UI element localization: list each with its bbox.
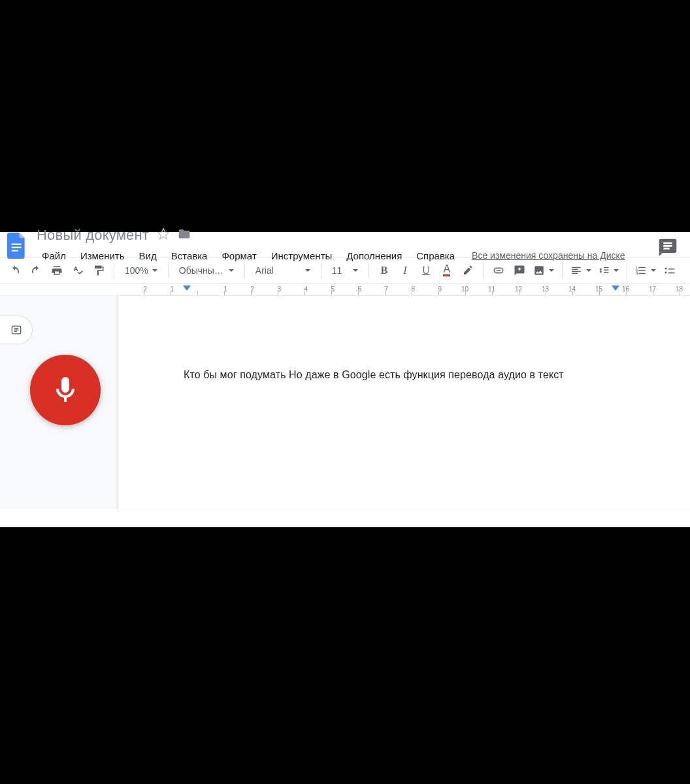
docs-logo-icon[interactable] — [5, 230, 29, 261]
text-color-button[interactable]: A — [437, 261, 457, 280]
align-dropdown[interactable] — [568, 261, 594, 280]
svg-marker-3 — [183, 286, 191, 291]
toolbar: 100% Обычный … Arial 11 B I U A — [0, 257, 690, 284]
line-spacing-dropdown[interactable] — [595, 261, 621, 280]
ruler-tick: 12 — [493, 284, 519, 295]
font-size-value: 11 — [332, 265, 342, 276]
ruler-tick: 1 — [144, 284, 171, 295]
print-button[interactable] — [47, 261, 67, 280]
bulleted-list-button[interactable] — [660, 261, 680, 280]
svg-rect-0 — [12, 244, 22, 245]
ruler-tick: 1 — [198, 284, 225, 295]
ruler-tick: 10 — [439, 284, 466, 295]
paragraph-style-dropdown[interactable]: Обычный … — [174, 261, 239, 280]
redo-button[interactable] — [26, 261, 46, 280]
zoom-value: 100% — [125, 265, 148, 276]
highlight-button[interactable] — [458, 261, 478, 280]
document-title[interactable]: Новый документ — [37, 227, 149, 244]
paint-format-button[interactable] — [89, 261, 108, 280]
outline-toggle-button[interactable] — [0, 316, 33, 344]
ruler-tick: 11 — [466, 284, 493, 295]
header: Новый документ Файл Изменить Вид Вставка… — [0, 232, 690, 257]
insert-link-button[interactable] — [489, 261, 508, 280]
ruler-tick: 7 — [359, 284, 386, 295]
caret-down-icon — [152, 269, 157, 272]
bold-button[interactable]: B — [374, 261, 394, 280]
google-docs-window: Новый документ Файл Изменить Вид Вставка… — [0, 232, 690, 527]
star-icon[interactable] — [157, 227, 170, 243]
numbered-list-dropdown[interactable] — [632, 261, 659, 280]
ruler[interactable]: 21123456789101112131415161718 — [0, 284, 690, 296]
caret-down-icon — [353, 269, 358, 272]
svg-rect-1 — [12, 247, 22, 248]
font-size-dropdown[interactable]: 11 — [327, 261, 363, 280]
folder-icon[interactable] — [178, 227, 191, 243]
ruler-tick: 4 — [278, 284, 305, 295]
svg-marker-4 — [612, 286, 619, 291]
insert-comment-button[interactable] — [510, 261, 529, 280]
ruler-tick: 17 — [627, 284, 653, 295]
font-value: Arial — [255, 265, 274, 276]
italic-button[interactable]: I — [395, 261, 415, 280]
insert-image-dropdown[interactable] — [531, 261, 557, 280]
ruler-tick: 2 — [118, 284, 144, 295]
ruler-tick: 2 — [225, 284, 252, 295]
ruler-tick: 6 — [332, 284, 359, 295]
indent-marker-left-icon[interactable] — [183, 286, 191, 295]
style-value: Обычный … — [179, 265, 225, 276]
save-status-link[interactable]: Все изменения сохранены на Диске — [472, 250, 625, 261]
ruler-tick: 9 — [412, 284, 439, 295]
microphone-icon — [50, 374, 81, 406]
workspace: Кто бы мог подумать Но даже в Google ест… — [0, 296, 690, 509]
document-page[interactable]: Кто бы мог подумать Но даже в Google ест… — [118, 296, 690, 509]
caret-down-icon — [229, 269, 234, 272]
ruler-tick: 5 — [305, 284, 332, 295]
caret-down-icon — [614, 269, 619, 272]
indent-marker-right-icon[interactable] — [612, 286, 619, 295]
ruler-tick: 18 — [653, 284, 680, 295]
outline-icon — [10, 323, 23, 336]
spellcheck-button[interactable] — [68, 261, 88, 280]
voice-typing-button[interactable] — [30, 355, 101, 425]
ruler-tick: 8 — [386, 284, 412, 295]
font-dropdown[interactable]: Arial — [250, 261, 316, 280]
ruler-tick: 3 — [252, 284, 278, 295]
caret-down-icon — [586, 269, 591, 272]
underline-button[interactable]: U — [416, 261, 436, 280]
caret-down-icon — [549, 269, 554, 272]
ruler-tick: 13 — [519, 284, 546, 295]
document-body-text[interactable]: Кто бы мог подумать Но даже в Google ест… — [184, 369, 664, 381]
ruler-tick: 14 — [546, 284, 573, 295]
undo-button[interactable] — [5, 261, 25, 280]
zoom-dropdown[interactable]: 100% — [120, 261, 163, 280]
caret-down-icon — [651, 269, 656, 272]
comments-icon[interactable] — [657, 237, 685, 261]
ruler-tick: 15 — [573, 284, 600, 295]
svg-rect-2 — [12, 250, 18, 252]
caret-down-icon — [305, 269, 310, 272]
